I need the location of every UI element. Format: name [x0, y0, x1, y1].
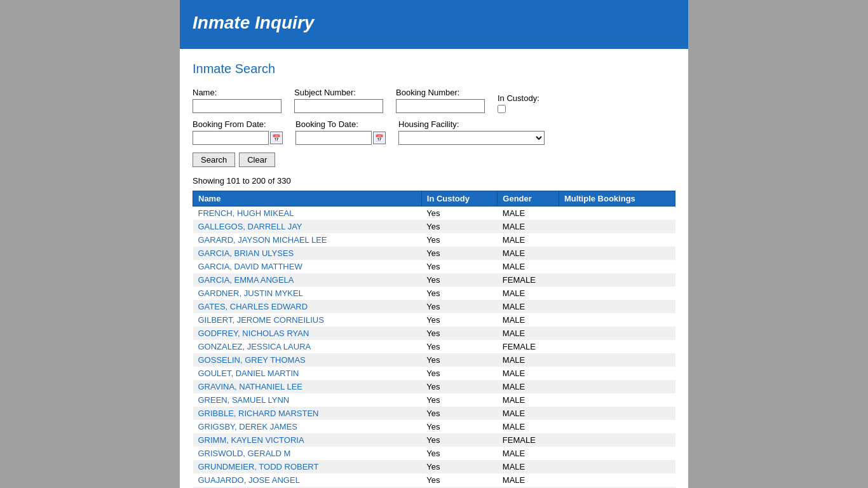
cell-name: GRIGSBY, DEREK JAMES: [193, 420, 422, 433]
cell-name: GARDNER, JUSTIN MYKEL: [193, 287, 422, 300]
booking-to-input[interactable]: [295, 131, 372, 145]
inmate-link[interactable]: GARARD, JAYSON MICHAEL LEE: [198, 235, 327, 245]
inmate-link[interactable]: GRUNDMEIER, TODD ROBERT: [198, 462, 319, 471]
app-wrapper: Inmate Inquiry Inmate Search Name: Subje…: [180, 0, 688, 488]
housing-group: Housing Facility:: [398, 119, 545, 145]
cell-custody: Yes: [421, 380, 498, 393]
table-row: GARCIA, EMMA ANGELAYesFEMALE: [193, 273, 675, 287]
cell-name: GARARD, JAYSON MICHAEL LEE: [193, 233, 422, 247]
booking-from-input[interactable]: [193, 131, 269, 145]
table-row: GRUNDMEIER, TODD ROBERTYesMALE: [193, 460, 675, 473]
cell-custody: Yes: [421, 367, 498, 380]
cell-gender: FEMALE: [498, 340, 559, 353]
cell-gender: MALE: [498, 447, 559, 460]
form-row-2: Booking From Date: 📅 Booking To Date: 📅 …: [193, 119, 675, 145]
cell-name: GOULET, DANIEL MARTIN: [193, 367, 422, 380]
content: Inmate Search Name: Subject Number: Book…: [180, 49, 688, 488]
inmate-link[interactable]: GOULET, DANIEL MARTIN: [198, 369, 299, 378]
inmate-link[interactable]: GREEN, SAMUEL LYNN: [198, 395, 290, 405]
cell-gender: MALE: [498, 367, 559, 380]
inmate-link[interactable]: GONZALEZ, JESSICA LAURA: [198, 342, 311, 351]
cell-multiple: [559, 393, 675, 407]
inmate-link[interactable]: GARCIA, BRIAN ULYSES: [198, 248, 294, 258]
inmate-link[interactable]: GRAVINA, NATHANIEL LEE: [198, 382, 302, 391]
cell-name: GILBERT, JEROME CORNEILIUS: [193, 313, 422, 327]
search-button[interactable]: Search: [193, 152, 235, 167]
inmate-link[interactable]: GRIBBLE, RICHARD MARSTEN: [198, 409, 319, 418]
cell-gender: MALE: [498, 420, 559, 433]
table-row: GONZALEZ, JESSICA LAURAYesFEMALE: [193, 340, 675, 353]
cell-custody: Yes: [421, 220, 498, 233]
housing-select[interactable]: [398, 131, 545, 145]
cell-multiple: [559, 407, 675, 420]
cell-multiple: [559, 220, 675, 233]
table-row: GATES, CHARLES EDWARDYesMALE: [193, 300, 675, 313]
header: Inmate Inquiry: [180, 0, 688, 49]
inmate-link[interactable]: GRISWOLD, GERALD M: [198, 449, 291, 458]
booking-from-calendar-icon[interactable]: 📅: [270, 132, 283, 144]
results-info: Showing 101 to 200 of 330: [193, 176, 675, 186]
booking-group: Booking Number:: [396, 88, 485, 113]
inmate-link[interactable]: GUAJARDO, JOSE ANGEL: [198, 475, 300, 485]
cell-custody: Yes: [421, 273, 498, 287]
page-title: Inmate Search: [193, 62, 675, 76]
cell-gender: MALE: [498, 247, 559, 260]
table-row: GREEN, SAMUEL LYNNYesMALE: [193, 393, 675, 407]
inmate-link[interactable]: GILBERT, JEROME CORNEILIUS: [198, 315, 324, 325]
cell-custody: Yes: [421, 407, 498, 420]
custody-checkbox[interactable]: [498, 105, 506, 113]
cell-gender: MALE: [498, 473, 559, 487]
booking-label: Booking Number:: [396, 88, 485, 97]
cell-gender: MALE: [498, 460, 559, 473]
subject-input[interactable]: [294, 99, 383, 113]
table-row: GRISWOLD, GERALD MYesMALE: [193, 447, 675, 460]
cell-multiple: [559, 420, 675, 433]
cell-multiple: [559, 473, 675, 487]
cell-custody: Yes: [421, 433, 498, 447]
cell-gender: FEMALE: [498, 273, 559, 287]
cell-multiple: [559, 247, 675, 260]
booking-to-calendar-icon[interactable]: 📅: [373, 132, 386, 144]
cell-multiple: [559, 260, 675, 273]
cell-gender: MALE: [498, 380, 559, 393]
table-row: GODFREY, NICHOLAS RYANYesMALE: [193, 327, 675, 340]
cell-gender: MALE: [498, 233, 559, 247]
inmate-link[interactable]: GARCIA, DAVID MATTHEW: [198, 262, 302, 271]
cell-custody: Yes: [421, 287, 498, 300]
table-header-row: Name In Custody Gender Multiple Bookings: [193, 191, 675, 207]
name-input[interactable]: [193, 99, 281, 113]
inmate-link[interactable]: GRIGSBY, DEREK JAMES: [198, 422, 298, 431]
inmate-link[interactable]: GOSSELIN, GREY THOMAS: [198, 355, 306, 365]
table-row: GRIGSBY, DEREK JAMESYesMALE: [193, 420, 675, 433]
cell-gender: MALE: [498, 353, 559, 367]
cell-multiple: [559, 447, 675, 460]
inmate-link[interactable]: GARCIA, EMMA ANGELA: [198, 275, 294, 285]
cell-gender: MALE: [498, 260, 559, 273]
clear-button[interactable]: Clear: [239, 152, 275, 167]
cell-name: GODFREY, NICHOLAS RYAN: [193, 327, 422, 340]
cell-custody: Yes: [421, 207, 498, 220]
cell-name: GATES, CHARLES EDWARD: [193, 300, 422, 313]
cell-name: GARCIA, BRIAN ULYSES: [193, 247, 422, 260]
subject-group: Subject Number:: [294, 88, 383, 113]
inmate-link[interactable]: FRENCH, HUGH MIKEAL: [198, 208, 294, 218]
inmate-link[interactable]: GRIMM, KAYLEN VICTORIA: [198, 435, 304, 445]
booking-input[interactable]: [396, 99, 485, 113]
inmate-link[interactable]: GATES, CHARLES EDWARD: [198, 302, 308, 311]
cell-name: GRAVINA, NATHANIEL LEE: [193, 380, 422, 393]
cell-multiple: [559, 233, 675, 247]
form-row-1: Name: Subject Number: Booking Number: In…: [193, 88, 675, 113]
booking-from-label: Booking From Date:: [193, 119, 283, 129]
results-table: Name In Custody Gender Multiple Bookings…: [193, 191, 675, 488]
inmate-link[interactable]: GARDNER, JUSTIN MYKEL: [198, 288, 303, 298]
cell-custody: Yes: [421, 260, 498, 273]
cell-multiple: [559, 300, 675, 313]
name-group: Name:: [193, 88, 281, 113]
col-header-custody: In Custody: [421, 191, 498, 207]
inmate-link[interactable]: GODFREY, NICHOLAS RYAN: [198, 329, 309, 338]
inmate-link[interactable]: GALLEGOS, DARRELL JAY: [198, 222, 302, 231]
cell-gender: MALE: [498, 393, 559, 407]
cell-multiple: [559, 207, 675, 220]
table-row: GARCIA, DAVID MATTHEWYesMALE: [193, 260, 675, 273]
cell-multiple: [559, 367, 675, 380]
